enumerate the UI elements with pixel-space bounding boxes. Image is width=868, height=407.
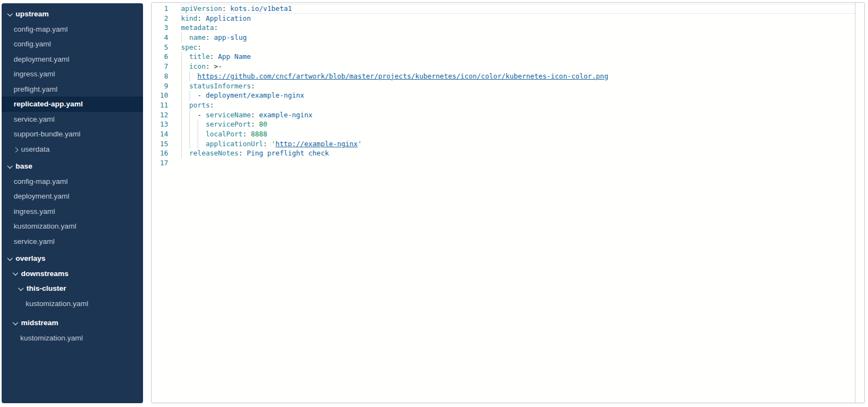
code-line[interactable]: 12 - serviceName: example-nginx: [152, 110, 864, 120]
line-number: 10: [152, 91, 176, 100]
code-line[interactable]: 3metadata:: [152, 23, 864, 33]
line-number: 6: [152, 52, 176, 62]
tree-item-label: upstream: [16, 10, 49, 18]
code-segment: [181, 139, 206, 149]
file-item-kustomization-yaml[interactable]: kustomization.yaml: [2, 296, 143, 312]
file-item-kustomization-yaml[interactable]: kustomization.yaml: [2, 331, 143, 346]
folder-item-base[interactable]: base: [2, 159, 143, 174]
folder-item-upstream[interactable]: upstream: [2, 7, 143, 22]
chevron-down-icon: [19, 285, 23, 290]
file-item-config-map-yaml[interactable]: config-map.yaml: [2, 174, 143, 189]
code-line[interactable]: 6 title: App Name: [152, 52, 864, 62]
code-line[interactable]: 2kind: Application: [152, 14, 864, 23]
file-item-deployment-yaml[interactable]: deployment.yaml: [2, 52, 143, 67]
code-segment: title: [189, 52, 210, 62]
code-line[interactable]: 10 - deployment/example-nginx: [152, 91, 864, 100]
file-item-replicated-app-yaml[interactable]: replicated-app.yaml: [2, 97, 143, 112]
tree-item-label: this-cluster: [27, 284, 67, 292]
code-line[interactable]: 17: [152, 158, 864, 168]
code-segment: localPort: [206, 129, 243, 139]
code-segment: :: [251, 81, 255, 91]
folder-item-overlays[interactable]: overlays: [2, 251, 143, 266]
line-number: 8: [152, 71, 176, 81]
line-number: 1: [152, 4, 176, 14]
code-segment: [181, 71, 198, 81]
file-item-deployment-yaml[interactable]: deployment.yaml: [2, 189, 143, 204]
code-segment: :: [210, 100, 214, 110]
chevron-down-icon: [8, 11, 13, 16]
code-line[interactable]: 15 applicationUrl: 'http://example-nginx…: [152, 139, 864, 149]
code-segment: 80: [259, 119, 267, 129]
folder-item-userdata[interactable]: userdata: [2, 142, 143, 157]
code-segment: >-: [214, 62, 222, 71]
url-link[interactable]: https://github.com/cncf/artwork/blob/mas…: [198, 71, 609, 81]
tree-item-label: config.yaml: [14, 40, 51, 48]
yaml-editor-panel[interactable]: 1apiVersion: kots.io/v1beta12kind: Appli…: [151, 2, 865, 403]
file-item-ingress-yaml[interactable]: ingress.yaml: [2, 204, 143, 219]
code-segment: apiVersion: [181, 4, 222, 14]
folder-item-this-cluster[interactable]: this-cluster: [2, 281, 143, 296]
code-text: kind: Application: [176, 14, 864, 23]
code-line[interactable]: 16 releaseNotes: Ping preflight check: [152, 148, 864, 158]
line-number: 16: [152, 148, 176, 158]
code-segment: name: [189, 33, 206, 43]
file-item-config-yaml[interactable]: config.yaml: [2, 37, 143, 52]
code-segment: statusInformers: [189, 81, 251, 91]
code-text: metadata:: [176, 23, 864, 33]
code-line[interactable]: 4 name: app-slug: [152, 33, 864, 43]
line-number: 11: [152, 100, 176, 110]
code-segment: [181, 52, 189, 62]
code-segment: releaseNotes: [189, 148, 239, 158]
folder-item-downstreams[interactable]: downstreams: [2, 266, 143, 282]
code-line[interactable]: 7 icon: >-: [152, 62, 864, 71]
code-line[interactable]: 11 ports:: [152, 100, 864, 110]
file-item-ingress-yaml[interactable]: ingress.yaml: [2, 67, 143, 82]
code-text: [176, 158, 864, 168]
code-line[interactable]: 14 localPort: 8888: [152, 129, 864, 139]
tree-item-label: support-bundle.yaml: [14, 130, 80, 138]
line-number: 14: [152, 129, 176, 139]
file-item-service-yaml[interactable]: service.yaml: [2, 234, 143, 249]
line-number: 9: [152, 81, 176, 91]
code-text: - serviceName: example-nginx: [176, 110, 864, 120]
file-item-support-bundle-yaml[interactable]: support-bundle.yaml: [2, 127, 143, 142]
code-segment: ': [358, 139, 362, 149]
code-line[interactable]: 9 statusInformers:: [152, 81, 864, 91]
code-text: title: App Name: [176, 52, 864, 62]
code-segment: :: [251, 119, 259, 129]
line-number: 15: [152, 139, 176, 149]
line-number: 17: [152, 158, 176, 168]
file-item-config-map-yaml[interactable]: config-map.yaml: [2, 22, 143, 37]
code-segment: icon: [189, 62, 206, 71]
code-line[interactable]: 8 https://github.com/cncf/artwork/blob/m…: [152, 71, 864, 81]
tree-item-label: deployment.yaml: [14, 192, 69, 200]
code-segment: -: [198, 91, 206, 100]
tree-item-label: kustomization.yaml: [14, 222, 76, 230]
code-segment: [181, 91, 198, 100]
code-line[interactable]: 13 servicePort: 80: [152, 119, 864, 129]
code-text: localPort: 8888: [176, 129, 864, 139]
file-item-kustomization-yaml[interactable]: kustomization.yaml: [2, 219, 143, 234]
line-number: 4: [152, 33, 176, 43]
tree-item-label: config-map.yaml: [14, 177, 68, 185]
chevron-down-icon: [13, 320, 18, 325]
code-segment: applicationUrl: [206, 139, 263, 149]
file-item-preflight-yaml[interactable]: preflight.yaml: [2, 82, 143, 97]
tree-item-label: ingress.yaml: [14, 207, 55, 216]
code-segment: :: [239, 148, 247, 158]
code-segment: :: [210, 52, 218, 62]
chevron-down-icon: [13, 270, 18, 275]
code-text: servicePort: 80: [176, 119, 864, 129]
line-number: 12: [152, 110, 176, 120]
tree-item-label: midstream: [21, 319, 58, 327]
code-text: icon: >-: [176, 62, 864, 71]
tree-item-label: service.yaml: [14, 237, 55, 246]
url-link[interactable]: http://example-nginx: [276, 139, 358, 149]
code-segment: -: [198, 110, 206, 120]
code-line[interactable]: 1apiVersion: kots.io/v1beta1: [152, 4, 864, 14]
code-segment: spec: [181, 43, 198, 52]
file-item-service-yaml[interactable]: service.yaml: [2, 112, 143, 127]
code-segment: :: [214, 23, 218, 33]
code-line[interactable]: 5spec:: [152, 43, 864, 52]
folder-item-midstream[interactable]: midstream: [2, 315, 143, 331]
